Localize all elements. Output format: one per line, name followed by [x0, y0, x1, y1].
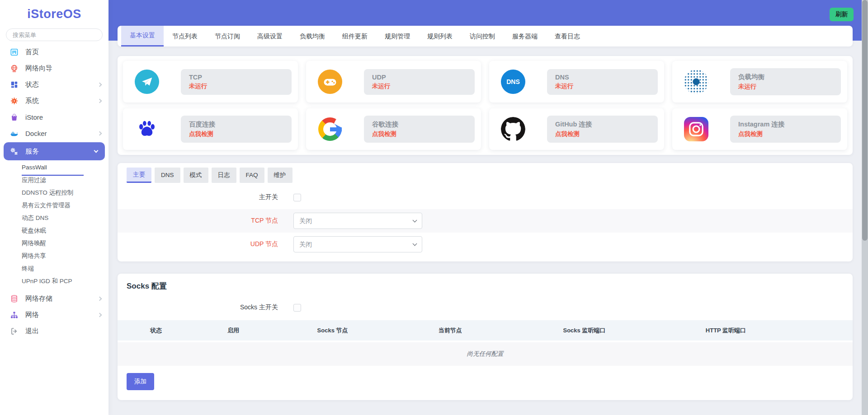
status-card-title: 负载均衡: [738, 73, 841, 81]
status-card-status: 未运行: [738, 83, 841, 91]
status-card-dns[interactable]: DNS DNS 未运行: [489, 61, 664, 103]
submenu-item-passwall[interactable]: PassWall: [0, 161, 108, 174]
submenu-item-label: PassWall: [22, 164, 47, 171]
page-scrollbar: [862, 0, 868, 415]
docker-whale-icon: [10, 129, 19, 138]
subtab-log[interactable]: 日志: [212, 168, 236, 183]
gear-icon: [10, 97, 19, 105]
status-card-tcp[interactable]: TCP 未运行: [123, 61, 298, 103]
app-logo: iStoreOS: [0, 0, 108, 21]
status-card-title: 谷歌连接: [372, 120, 475, 129]
socks-config-panel: Socks 配置 Socks 主开关 状态 启用 Socks 节点 当前节点 S…: [118, 274, 853, 400]
subtab-main[interactable]: 主要: [127, 168, 151, 183]
tab-advanced-settings[interactable]: 高级设置: [249, 26, 291, 47]
submenu-item-network-share[interactable]: 网络共享: [0, 250, 108, 262]
search-input[interactable]: [6, 28, 103, 41]
status-card-udp[interactable]: UDP 未运行: [306, 61, 481, 103]
sidebar-item-network[interactable]: 网络: [0, 307, 108, 323]
sidebar-item-label: 状态: [25, 80, 39, 89]
submenu-item-wol[interactable]: 网络唤醒: [0, 237, 108, 250]
status-card-status: 点我检测: [555, 130, 658, 138]
status-card-title: UDP: [372, 74, 475, 81]
instagram-icon: [684, 117, 708, 141]
sidebar-item-home[interactable]: 首页: [0, 44, 108, 60]
main-content: 刷新 基本设置 节点列表 节点订阅 高级设置 负载均衡 组件更新 规则管理 规则…: [108, 0, 862, 415]
status-card-status: 点我检测: [189, 130, 292, 138]
gears-icon: [10, 147, 19, 156]
socks-main-switch-checkbox[interactable]: [293, 304, 301, 312]
status-card-load-balance[interactable]: 负载均衡 未运行: [672, 61, 847, 103]
tab-component-update[interactable]: 组件更新: [334, 26, 376, 47]
status-label-box: GitHub 连接 点我检测: [547, 116, 658, 143]
scrollbar-thumb[interactable]: [862, 0, 868, 241]
chevron-right-icon: [98, 82, 102, 87]
status-card-title: Instagram 连接: [738, 120, 841, 129]
sidebar-item-label: 首页: [25, 48, 39, 56]
sidebar-item-system[interactable]: 系统: [0, 93, 108, 109]
status-card-title: DNS: [555, 74, 658, 81]
sidebar-item-label: 服务: [25, 147, 39, 156]
udp-node-select[interactable]: 关闭: [293, 236, 422, 252]
sidebar-item-network-wizard[interactable]: 网络向导: [0, 60, 108, 76]
form-row-main-switch: 主开关: [118, 186, 853, 209]
tab-rule-manage[interactable]: 规则管理: [376, 26, 419, 47]
add-button[interactable]: 添加: [127, 373, 154, 390]
tab-rule-list[interactable]: 规则列表: [419, 26, 461, 47]
sidebar-item-logout[interactable]: 退出: [0, 323, 108, 339]
sidebar-item-status[interactable]: 状态: [0, 76, 108, 93]
subtab-dns[interactable]: DNS: [155, 168, 180, 183]
column-header-current-node: 当前节点: [393, 326, 507, 335]
submenu-item-upnp[interactable]: UPnP IGD 和 PCP: [0, 275, 108, 288]
column-header-enable: 启用: [195, 326, 272, 335]
status-label-box: 百度连接 点我检测: [181, 116, 292, 143]
subtab-maintenance[interactable]: 维护: [268, 168, 292, 183]
submenu-item-terminal[interactable]: 终端: [0, 262, 108, 275]
status-card-status: 点我检测: [738, 130, 841, 138]
refresh-button[interactable]: 刷新: [830, 8, 854, 21]
status-card-status: 未运行: [555, 82, 658, 90]
tab-node-subscribe[interactable]: 节点订阅: [206, 26, 249, 47]
chevron-right-icon: [98, 312, 102, 317]
main-switch-label: 主开关: [118, 193, 278, 201]
status-label-box: Instagram 连接 点我检测: [730, 116, 841, 143]
sidebar-item-istore[interactable]: iStore: [0, 109, 108, 125]
telegram-icon: [135, 70, 159, 94]
services-submenu: PassWall 应用过滤 DDNSTO 远程控制 易有云文件管理器 动态 DN…: [0, 161, 108, 288]
submenu-item-ddnsto[interactable]: DDNSTO 远程控制: [0, 187, 108, 199]
submenu-item-disk-sleep[interactable]: 硬盘休眠: [0, 224, 108, 237]
submenu-item-ddns[interactable]: 动态 DNS: [0, 212, 108, 224]
socks-table-header: 状态 启用 Socks 节点 当前节点 Socks 监听端口 HTTP 监听端口: [118, 320, 853, 340]
sidebar-item-docker[interactable]: Docker: [0, 125, 108, 141]
form-row-tcp-node: TCP 节点 关闭: [118, 209, 853, 233]
column-header-socks-node: Socks 节点: [272, 326, 393, 335]
tab-load-balancing[interactable]: 负载均衡: [291, 26, 334, 47]
subtab-mode[interactable]: 模式: [184, 168, 208, 183]
main-switch-checkbox[interactable]: [293, 194, 301, 201]
sidebar-item-label: 网络: [25, 311, 39, 319]
tab-node-list[interactable]: 节点列表: [164, 26, 206, 47]
tab-access-control[interactable]: 访问控制: [461, 26, 504, 47]
status-card-google[interactable]: 谷歌连接 点我检测: [306, 108, 481, 150]
status-card-github[interactable]: GitHub 连接 点我检测: [489, 108, 664, 150]
tab-basic-settings[interactable]: 基本设置: [121, 26, 164, 47]
tab-server-side[interactable]: 服务器端: [504, 26, 546, 47]
status-card-instagram[interactable]: Instagram 连接 点我检测: [672, 108, 847, 150]
socks-switch-row: Socks 主开关: [118, 295, 853, 320]
sidebar-item-network-storage[interactable]: 网络存储: [0, 290, 108, 307]
socks-section-title: Socks 配置: [127, 281, 853, 291]
submenu-item-app-filter[interactable]: 应用过滤: [0, 174, 108, 187]
chevron-down-icon: [94, 148, 99, 153]
database-icon: [10, 294, 19, 303]
udp-node-label: UDP 节点: [118, 240, 278, 248]
form-row-udp-node: UDP 节点 关闭: [118, 233, 853, 256]
sidebar-item-services[interactable]: 服务: [4, 142, 105, 160]
status-card-baidu[interactable]: 百度连接 点我检测: [123, 108, 298, 150]
tab-view-log[interactable]: 查看日志: [546, 26, 589, 47]
subtab-faq[interactable]: FAQ: [240, 168, 264, 183]
chevron-right-icon: [98, 131, 102, 135]
submenu-item-linkease[interactable]: 易有云文件管理器: [0, 199, 108, 212]
tcp-node-select[interactable]: 关闭: [293, 213, 422, 229]
status-card-title: GitHub 连接: [555, 120, 658, 129]
status-label-box: TCP 未运行: [181, 69, 292, 95]
sidebar-item-label: 退出: [25, 327, 39, 336]
